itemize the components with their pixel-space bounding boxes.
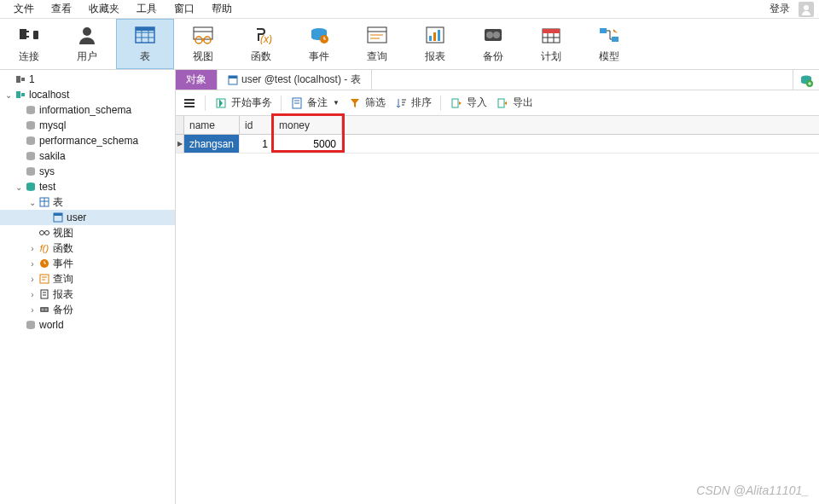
table-icon bbox=[131, 24, 159, 46]
svg-point-29 bbox=[486, 32, 493, 38]
content-area: 对象 user @test (localhost) - 表 开始事务 备注▼ 筛… bbox=[176, 70, 819, 504]
tree-functions-node[interactable]: ›f()函数 bbox=[0, 240, 175, 256]
report-button[interactable]: 报表 bbox=[406, 19, 464, 69]
tables-icon bbox=[38, 196, 51, 208]
tree-root[interactable]: 1 bbox=[0, 72, 175, 87]
table-button[interactable]: 表 bbox=[116, 19, 174, 69]
tree-db-world[interactable]: world bbox=[0, 317, 175, 333]
tree-conn-localhost[interactable]: ⌄localhost bbox=[0, 87, 175, 102]
events-icon bbox=[38, 258, 51, 269]
new-tab-button[interactable] bbox=[793, 70, 819, 90]
menu-help[interactable]: 帮助 bbox=[203, 0, 241, 18]
view-label: 视图 bbox=[193, 49, 213, 64]
schedule-icon bbox=[537, 24, 565, 46]
svg-rect-68 bbox=[229, 76, 237, 78]
note-icon bbox=[290, 96, 304, 110]
svg-point-5 bbox=[83, 27, 91, 36]
tree-backups-node[interactable]: ›备份 bbox=[0, 302, 175, 317]
connection-button[interactable]: 连接 bbox=[0, 19, 58, 69]
svg-point-65 bbox=[45, 309, 48, 311]
tree-reports-node[interactable]: ›报表 bbox=[0, 287, 175, 302]
data-toolbar: 开始事务 备注▼ 筛选 排序 导入 导出 bbox=[176, 90, 819, 116]
plug-icon bbox=[15, 24, 43, 46]
svg-rect-60 bbox=[41, 290, 48, 298]
menu-favorites[interactable]: 收藏夹 bbox=[80, 0, 128, 18]
schedule-label: 计划 bbox=[541, 49, 561, 64]
menu-view[interactable]: 查看 bbox=[43, 0, 80, 18]
tree-db-performance-schema[interactable]: performance_schema bbox=[0, 133, 175, 148]
svg-rect-2 bbox=[26, 31, 29, 32]
report-label: 报表 bbox=[425, 49, 445, 64]
svg-rect-52 bbox=[54, 213, 62, 216]
svg-rect-37 bbox=[612, 37, 619, 42]
table-label: 表 bbox=[140, 49, 150, 64]
svg-rect-57 bbox=[40, 275, 49, 283]
svg-rect-1 bbox=[20, 29, 26, 39]
report-icon bbox=[421, 24, 449, 46]
tab-objects[interactable]: 对象 bbox=[176, 70, 218, 90]
column-header-money[interactable]: money bbox=[274, 116, 342, 134]
table-row[interactable]: zhangsan 1 5000 bbox=[176, 135, 819, 154]
tree-events-node[interactable]: ›事件 bbox=[0, 256, 175, 271]
user-button[interactable]: 用户 bbox=[58, 19, 116, 69]
svg-text:(x): (x) bbox=[260, 33, 272, 44]
svg-point-30 bbox=[493, 32, 500, 38]
hamburger-icon bbox=[183, 96, 196, 110]
tree-db-information-schema[interactable]: information_schema bbox=[0, 102, 175, 118]
dropdown-arrow-icon: ▼ bbox=[333, 99, 340, 107]
note-button[interactable]: 备注▼ bbox=[290, 96, 340, 110]
column-header-name[interactable]: name bbox=[184, 116, 240, 134]
tree-db-mysql[interactable]: mysql bbox=[0, 118, 175, 133]
database-icon bbox=[24, 135, 38, 147]
function-button[interactable]: (x) 函数 bbox=[232, 19, 290, 69]
filter-button[interactable]: 筛选 bbox=[348, 96, 386, 110]
import-button[interactable]: 导入 bbox=[450, 96, 487, 110]
model-button[interactable]: 模型 bbox=[580, 19, 638, 69]
svg-rect-27 bbox=[438, 30, 440, 41]
menu-file[interactable]: 文件 bbox=[5, 0, 43, 18]
tree-db-sakila[interactable]: sakila bbox=[0, 148, 175, 164]
column-header-id[interactable]: id bbox=[240, 116, 274, 134]
menu-toggle-button[interactable] bbox=[183, 96, 196, 110]
model-label: 模型 bbox=[599, 49, 619, 64]
data-grid: name id money zhangsan 1 5000 bbox=[176, 116, 819, 154]
svg-rect-39 bbox=[21, 78, 25, 81]
view-button[interactable]: 视图 bbox=[174, 19, 232, 69]
menubar: 文件 查看 收藏夹 工具 窗口 帮助 登录 bbox=[0, 0, 819, 19]
tree-db-sys[interactable]: sys bbox=[0, 164, 175, 179]
backup-label: 备份 bbox=[483, 49, 503, 64]
begin-transaction-button[interactable]: 开始事务 bbox=[214, 96, 272, 110]
tab-user-data[interactable]: user @test (localhost) - 表 bbox=[218, 70, 372, 90]
menu-window[interactable]: 窗口 bbox=[166, 0, 203, 18]
export-button[interactable]: 导出 bbox=[496, 96, 533, 110]
menu-tools[interactable]: 工具 bbox=[128, 0, 166, 18]
schedule-button[interactable]: 计划 bbox=[522, 19, 580, 69]
login-link[interactable]: 登录 bbox=[764, 0, 795, 18]
tree-queries-node[interactable]: ›查询 bbox=[0, 271, 175, 287]
event-button[interactable]: 事件 bbox=[290, 19, 348, 69]
svg-point-53 bbox=[40, 231, 44, 235]
cell-money[interactable]: 5000 bbox=[274, 135, 342, 153]
tree-db-test[interactable]: ⌄test bbox=[0, 179, 175, 194]
svg-point-64 bbox=[42, 309, 44, 311]
tree-table-user[interactable]: user bbox=[0, 210, 175, 225]
tree-tables-node[interactable]: ⌄表 bbox=[0, 194, 175, 210]
main-toolbar: 连接 用户 表 视图 (x) 函数 事件 查询 报表 备份 计划 模型 bbox=[0, 19, 819, 70]
import-icon bbox=[450, 96, 463, 110]
sort-button[interactable]: 排序 bbox=[394, 96, 432, 110]
cell-name[interactable]: zhangsan bbox=[184, 135, 240, 153]
tree-views-node[interactable]: 视图 bbox=[0, 225, 175, 240]
cell-id[interactable]: 1 bbox=[240, 135, 274, 153]
database-icon bbox=[24, 319, 38, 331]
views-icon bbox=[38, 227, 51, 239]
database-icon bbox=[24, 119, 38, 131]
add-tab-icon bbox=[799, 73, 813, 87]
backup-button[interactable]: 备份 bbox=[464, 19, 522, 69]
grid-header: name id money bbox=[176, 116, 819, 135]
row-indicator-icon bbox=[176, 135, 184, 153]
svg-rect-81 bbox=[452, 99, 458, 107]
query-button[interactable]: 查询 bbox=[348, 19, 406, 69]
avatar-icon[interactable] bbox=[799, 2, 814, 17]
functions-icon: f() bbox=[38, 242, 51, 254]
svg-rect-41 bbox=[21, 93, 25, 96]
